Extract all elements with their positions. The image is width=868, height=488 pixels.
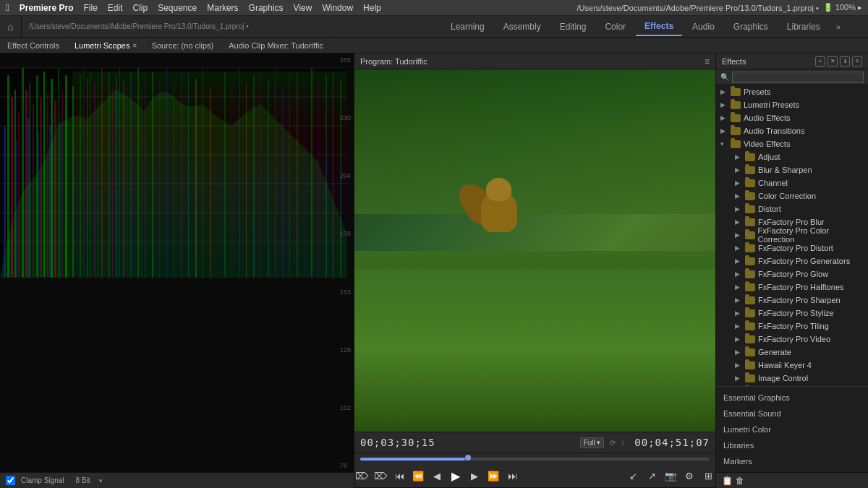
tab-editing[interactable]: Editing bbox=[551, 18, 595, 35]
tab-learning[interactable]: Learning bbox=[442, 18, 493, 35]
effect-item-image-control[interactable]: ▶ Image Control bbox=[716, 372, 868, 385]
svg-rect-74 bbox=[311, 68, 312, 278]
expand-button[interactable]: ⊞ bbox=[701, 469, 715, 484]
menu-markers[interactable]: Markers bbox=[207, 3, 238, 13]
bottom-essential-sound[interactable]: Essential Sound bbox=[716, 406, 868, 421]
step-forward-button[interactable]: ▶ bbox=[467, 469, 482, 484]
step-back-button[interactable]: ◀ bbox=[430, 469, 444, 484]
menu-edit[interactable]: Edit bbox=[108, 3, 123, 13]
menu-bar:  Premiere Pro File Edit Clip Sequence M… bbox=[0, 0, 868, 16]
bottom-markers[interactable]: Markers bbox=[716, 453, 868, 469]
lumetri-menu-icon[interactable]: ≡ bbox=[132, 42, 136, 49]
scrubber-handle[interactable] bbox=[465, 455, 471, 461]
audio-effects-arrow-icon: ▶ bbox=[720, 114, 728, 121]
effects-menu-icon[interactable]: ≡ bbox=[852, 56, 862, 67]
effect-item-fxfactory-halftones[interactable]: ▶ FxFactory Pro Halftones bbox=[716, 281, 868, 294]
channel-folder-icon bbox=[745, 179, 755, 187]
tab-graphics[interactable]: Graphics bbox=[725, 18, 777, 35]
panel-source[interactable]: Source: (no clips) bbox=[145, 38, 222, 53]
effects-footer-icon2[interactable]: 🗑 bbox=[736, 476, 744, 486]
program-scrubber[interactable] bbox=[354, 453, 715, 465]
svg-rect-60 bbox=[210, 86, 211, 278]
file-path: /Users/steve/Documents/Adobe/Premiere Pr… bbox=[22, 22, 442, 30]
svg-rect-54 bbox=[166, 68, 168, 278]
scrubber-track[interactable] bbox=[360, 458, 710, 461]
svg-rect-38 bbox=[98, 75, 98, 278]
workspace-bar: ⌂ /Users/steve/Documents/Adobe/Premiere … bbox=[0, 16, 868, 38]
effect-item-fxfactory-generators[interactable]: ▶ FxFactory Pro Generators bbox=[716, 254, 868, 267]
effect-item-audio-effects[interactable]: ▶ Audio Effects bbox=[716, 111, 868, 124]
effects-info-icon[interactable]: ℹ bbox=[840, 56, 850, 67]
effect-item-audio-transitions[interactable]: ▶ Audio Transitions bbox=[716, 124, 868, 137]
effect-item-color-correction[interactable]: ▶ Color Correction bbox=[716, 189, 868, 202]
panel-effect-controls[interactable]: Effect Controls bbox=[0, 38, 67, 53]
clamp-signal-checkbox[interactable] bbox=[6, 476, 15, 485]
image-control-arrow-icon: ▶ bbox=[735, 374, 742, 382]
effect-item-fxfactory-tiling[interactable]: ▶ FxFactory Pro Tiling bbox=[716, 320, 868, 333]
effects-footer-icon1[interactable]: 📋 bbox=[722, 476, 733, 486]
effect-item-hawaii-keyer[interactable]: ▶ Hawaii Keyer 4 bbox=[716, 359, 868, 372]
bottom-libraries[interactable]: Libraries bbox=[716, 437, 868, 453]
panel-label-row: Effect Controls Lumetri Scopes ≡ Source:… bbox=[0, 38, 868, 53]
effect-item-video-effects[interactable]: ▾ Video Effects bbox=[716, 137, 868, 150]
goto-in-button[interactable]: ⏮ bbox=[392, 469, 407, 484]
tab-effects[interactable]: Effects bbox=[636, 17, 682, 36]
home-icon[interactable]: ⌂ bbox=[0, 16, 22, 38]
menu-clip[interactable]: Clip bbox=[133, 3, 148, 13]
effects-new-folder-icon[interactable]: + bbox=[815, 56, 825, 67]
menu-sequence[interactable]: Sequence bbox=[158, 3, 197, 13]
mark-in-button[interactable]: ⌦ bbox=[354, 469, 369, 484]
goto-out-button[interactable]: ⏭ bbox=[505, 469, 519, 484]
effect-item-fxfactory-stylize[interactable]: ▶ FxFactory Pro Stylize bbox=[716, 307, 868, 320]
svg-rect-61 bbox=[217, 75, 218, 278]
tab-assembly[interactable]: Assembly bbox=[495, 18, 550, 35]
blur-sharpen-arrow-icon: ▶ bbox=[735, 166, 742, 174]
effect-item-fxfactory-glow[interactable]: ▶ FxFactory Pro Glow bbox=[716, 267, 868, 281]
effect-item-blur-sharpen[interactable]: ▶ Blur & Sharpen bbox=[716, 163, 868, 176]
effects-search-input[interactable] bbox=[732, 72, 864, 83]
audio-effects-folder-icon bbox=[731, 114, 741, 122]
play-button[interactable]: ▶ bbox=[448, 469, 463, 484]
svg-rect-9 bbox=[14, 90, 16, 278]
svg-rect-53 bbox=[159, 79, 160, 278]
effect-item-distort[interactable]: ▶ Distort bbox=[716, 202, 868, 215]
bottom-essential-graphics[interactable]: Essential Graphics bbox=[716, 390, 868, 406]
effect-item-presets[interactable]: ▶ Presets bbox=[716, 85, 868, 98]
menu-view[interactable]: View bbox=[294, 3, 312, 13]
app-name: Premiere Pro bbox=[20, 3, 74, 13]
menu-right-icons: /Users/steve/Documents/Adobe/Premiere Pr… bbox=[577, 3, 862, 12]
menu-window[interactable]: Window bbox=[322, 3, 353, 13]
panel-lumetri-scopes[interactable]: Lumetri Scopes ≡ bbox=[67, 38, 145, 53]
zoom-select[interactable]: Full ▾ bbox=[580, 437, 604, 448]
bottom-lumetri-color[interactable]: Lumetri Color bbox=[716, 421, 868, 437]
settings-button[interactable]: ⚙ bbox=[682, 469, 697, 484]
tabs-overflow-icon[interactable]: » bbox=[830, 22, 846, 31]
menu-graphics[interactable]: Graphics bbox=[249, 3, 284, 13]
fxfactory-color-arrow-icon: ▶ bbox=[735, 231, 742, 239]
tab-audio[interactable]: Audio bbox=[684, 18, 723, 35]
prev-clip-button[interactable]: ⏪ bbox=[411, 469, 425, 484]
effect-item-fxfactory-color[interactable]: ▶ FxFactory Pro Color Correction bbox=[716, 228, 868, 241]
program-monitor-header: Program: Tudoriffic ≡ bbox=[354, 53, 715, 69]
tab-color[interactable]: Color bbox=[596, 18, 634, 35]
menu-file[interactable]: File bbox=[83, 3, 97, 13]
menu-help[interactable]: Help bbox=[363, 3, 381, 13]
mark-out-button[interactable]: ⌦ bbox=[373, 469, 388, 484]
effect-item-fxfactory-sharpen[interactable]: ▶ FxFactory Pro Sharpen bbox=[716, 294, 868, 307]
export-frame-button[interactable]: 📷 bbox=[663, 469, 678, 484]
audio-transitions-folder-icon bbox=[731, 127, 741, 135]
effects-delete-icon[interactable]: ✕ bbox=[827, 56, 838, 67]
distort-folder-icon bbox=[745, 205, 755, 213]
program-monitor-menu-icon[interactable]: ≡ bbox=[705, 56, 710, 67]
insert-button[interactable]: ↙ bbox=[626, 469, 640, 484]
effect-item-adjust[interactable]: ▶ Adjust bbox=[716, 150, 868, 163]
fxfactory-blur-folder-icon bbox=[745, 218, 755, 226]
effect-item-channel[interactable]: ▶ Channel bbox=[716, 176, 868, 189]
next-clip-button[interactable]: ⏩ bbox=[486, 469, 501, 484]
panel-audio-clip-mixer[interactable]: Audio Clip Mixer: Tudoriffic bbox=[221, 38, 331, 53]
effect-item-generate[interactable]: ▶ Generate bbox=[716, 346, 868, 359]
overwrite-button[interactable]: ↗ bbox=[644, 469, 659, 484]
tab-libraries[interactable]: Libraries bbox=[778, 18, 829, 35]
effect-item-lumetri-presets[interactable]: ▶ Lumetri Presets bbox=[716, 98, 868, 111]
effect-item-fxfactory-video[interactable]: ▶ FxFactory Pro Video bbox=[716, 333, 868, 346]
